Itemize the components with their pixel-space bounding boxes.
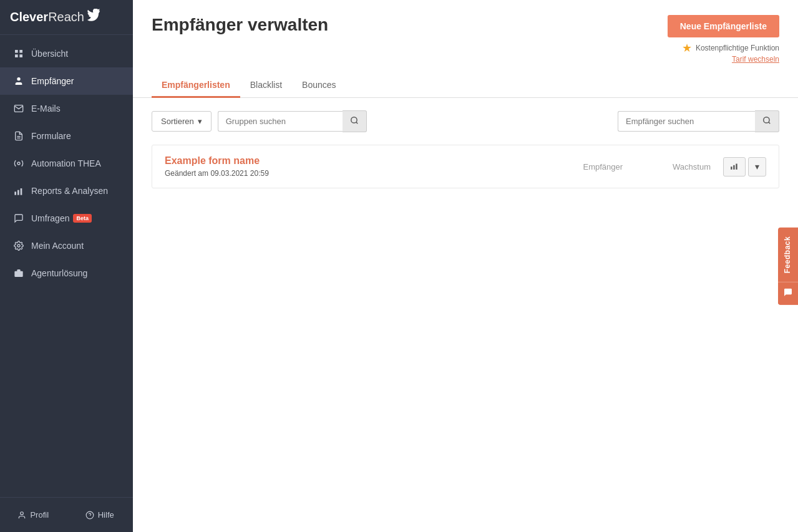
svg-line-20	[769, 122, 771, 124]
sidebar-item-label: Automation THEA	[31, 158, 101, 168]
profil-item[interactable]: Profil	[0, 505, 67, 525]
toolbar-left: Sortieren ▾	[152, 110, 367, 132]
svg-rect-2	[15, 54, 18, 57]
stats-action-button[interactable]	[723, 157, 746, 177]
tab-empfangerlisten[interactable]: Empfängerlisten	[152, 74, 240, 98]
search-icon	[350, 117, 359, 127]
svg-rect-10	[17, 190, 19, 195]
ubersicht-icon	[12, 49, 25, 59]
emails-icon	[12, 104, 25, 114]
logo-bold: Clever	[10, 10, 48, 24]
empfanger-search-input[interactable]	[618, 111, 755, 132]
list-item-meta: Geändert am 09.03.2021 20:59	[165, 169, 583, 178]
sort-chevron-icon: ▾	[198, 117, 202, 126]
feedback-button[interactable]: Feedback	[778, 227, 798, 304]
mein-account-icon	[12, 241, 25, 251]
svg-rect-0	[15, 50, 18, 53]
automation-icon	[12, 158, 25, 168]
svg-point-19	[764, 117, 769, 123]
svg-rect-21	[731, 167, 732, 170]
svg-rect-1	[19, 50, 22, 53]
svg-line-18	[356, 122, 358, 124]
groups-search-button[interactable]	[343, 110, 367, 132]
logo-bird-icon	[87, 9, 100, 26]
toolbar: Sortieren ▾	[133, 98, 798, 145]
sidebar-item-emails[interactable]: E-Mails	[0, 95, 133, 122]
changed-date: 09.03.2021 20:59	[210, 169, 268, 178]
sidebar-item-label: Reports & Analysen	[31, 186, 108, 196]
svg-rect-9	[14, 191, 16, 195]
bar-chart-icon	[730, 162, 739, 172]
empfanger-search-button[interactable]	[755, 110, 779, 132]
svg-rect-3	[19, 54, 22, 57]
list-container: Example form name Geändert am 09.03.2021…	[133, 145, 798, 188]
tab-blacklist[interactable]: Blacklist	[240, 74, 292, 98]
profil-label: Profil	[30, 510, 49, 520]
logo: CleverReach	[0, 0, 133, 35]
toolbar-right	[618, 110, 779, 132]
umfragen-icon	[12, 213, 25, 223]
sidebar-item-label: E-Mails	[31, 104, 61, 114]
sidebar-item-empfanger[interactable]: Empfänger	[0, 67, 133, 95]
hilfe-item[interactable]: Hilfe	[67, 505, 134, 525]
sidebar-item-automation[interactable]: Automation THEA	[0, 150, 133, 177]
groups-search-input[interactable]	[218, 111, 343, 132]
sidebar-item-agentur[interactable]: Agenturlösung	[0, 259, 133, 287]
agentur-icon	[12, 268, 25, 278]
dropdown-action-button[interactable]: ▾	[748, 157, 766, 177]
sidebar-item-reports[interactable]: Reports & Analysen	[0, 177, 133, 205]
search-icon	[762, 117, 771, 127]
list-item: Example form name Geändert am 09.03.2021…	[152, 145, 779, 188]
sidebar-item-label: Agenturlösung	[31, 268, 87, 278]
groups-search-group	[218, 110, 367, 132]
sidebar-item-label: Übersicht	[31, 49, 68, 59]
hilfe-label: Hilfe	[98, 510, 114, 520]
main-header: Empfänger verwalten Neue Empfängerliste …	[133, 0, 798, 64]
sidebar: CleverReach Übersicht Empfänger E-Mails	[0, 0, 133, 532]
logo-text: CleverReach	[10, 10, 84, 24]
empfanger-stat-label: Empfänger	[583, 162, 623, 172]
sort-button[interactable]: Sortieren ▾	[152, 111, 212, 132]
new-list-container: Neue Empfängerliste ★ Kostenpflichtige F…	[668, 15, 779, 64]
svg-rect-11	[21, 188, 22, 195]
changed-label: Geändert am	[165, 169, 208, 178]
paid-feature-text: Kostenpflichtige Funktion	[696, 44, 779, 52]
svg-point-17	[351, 117, 357, 123]
star-icon: ★	[682, 41, 692, 55]
svg-point-4	[17, 77, 20, 80]
sidebar-item-formulare[interactable]: Formulare	[0, 122, 133, 150]
feedback-label: Feedback	[778, 227, 798, 281]
main-content: Empfänger verwalten Neue Empfängerliste …	[133, 0, 798, 532]
logo-normal: Reach	[48, 10, 84, 24]
sidebar-bottom: Profil Hilfe	[0, 497, 133, 532]
list-item-name[interactable]: Example form name	[165, 155, 583, 167]
sidebar-item-label: Formulare	[31, 131, 71, 141]
wachstum-stat-label: Wachstum	[673, 162, 711, 172]
new-list-button[interactable]: Neue Empfängerliste	[668, 15, 779, 37]
sidebar-item-umfragen[interactable]: Umfragen Beta	[0, 205, 133, 232]
sidebar-item-ubersicht[interactable]: Übersicht	[0, 40, 133, 67]
tabs: Empfängerlisten Blacklist Bounces	[133, 64, 798, 98]
chevron-down-icon: ▾	[755, 162, 759, 172]
svg-point-12	[17, 244, 20, 247]
sidebar-item-label: Empfänger	[31, 76, 74, 86]
sort-button-label: Sortieren	[161, 117, 194, 126]
svg-rect-22	[733, 165, 734, 169]
tab-bounces[interactable]: Bounces	[292, 74, 346, 98]
empfanger-icon	[12, 76, 25, 86]
sidebar-nav: Übersicht Empfänger E-Mails Formulare Au…	[0, 35, 133, 497]
page-title: Empfänger verwalten	[152, 15, 328, 35]
list-item-stats: Empfänger Wachstum	[583, 162, 711, 172]
svg-rect-23	[736, 163, 737, 169]
beta-badge: Beta	[73, 214, 92, 223]
reports-icon	[12, 186, 25, 196]
empfanger-search-group	[618, 110, 779, 132]
feedback-wrapper: Feedback	[778, 227, 798, 304]
formulare-icon	[12, 131, 25, 141]
list-item-actions: ▾	[723, 157, 766, 177]
svg-point-8	[17, 162, 20, 165]
sidebar-item-label: Umfragen	[31, 213, 69, 223]
feedback-chat-icon	[778, 282, 798, 305]
sidebar-item-mein-account[interactable]: Mein Account	[0, 232, 133, 259]
tarif-link[interactable]: Tarif wechseln	[732, 55, 779, 64]
